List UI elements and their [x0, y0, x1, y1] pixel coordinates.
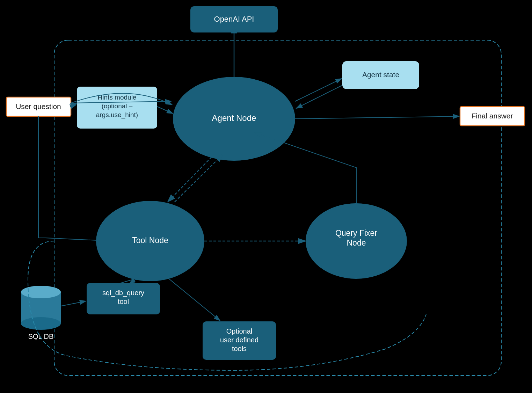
- hints-module-label3: args.use_hint): [96, 111, 138, 119]
- hints-module-label2: (optional –: [102, 102, 133, 110]
- sql-db-query-tool-label1: sql_db_query: [102, 289, 144, 297]
- user-question-label: User question: [16, 102, 61, 110]
- sql-db-label: SQL DB: [28, 333, 54, 340]
- optional-tools-label2: user defined: [220, 336, 258, 344]
- sql-db-cylinder-top: [21, 286, 61, 298]
- optional-tools-label1: Optional: [226, 327, 253, 335]
- optional-tools-label3: tools: [232, 345, 247, 352]
- sql-db-cylinder-bottom: [21, 317, 61, 330]
- agent-node-label: Agent Node: [212, 113, 256, 123]
- final-answer-label: Final answer: [471, 112, 513, 120]
- query-fixer-node-label2: Node: [347, 238, 366, 247]
- agent-state-label: Agent state: [362, 71, 399, 79]
- openai-api-label: OpenAI API: [214, 15, 254, 23]
- query-fixer-node-label1: Query Fixer: [335, 228, 377, 238]
- tool-node-label: Tool Node: [132, 236, 168, 245]
- sql-db-query-tool-label2: tool: [118, 298, 129, 305]
